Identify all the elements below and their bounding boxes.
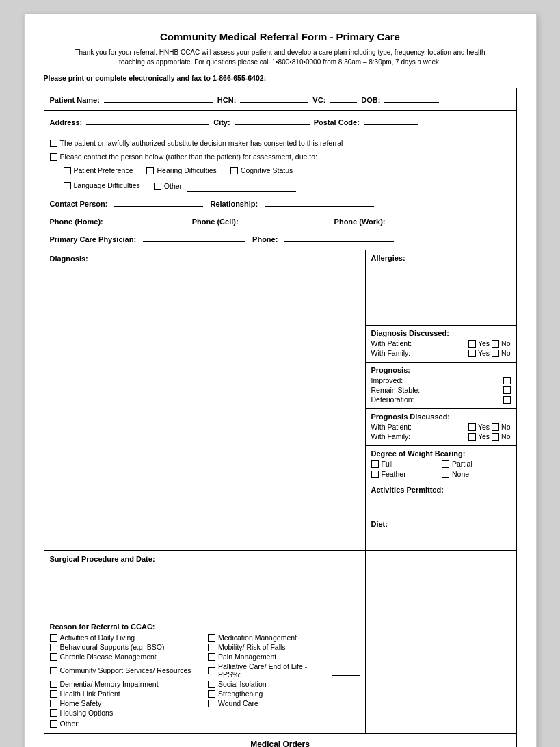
behavioural-checkbox[interactable] — [50, 644, 57, 651]
vc-label: VC: — [312, 96, 325, 104]
other-row: Other: — [50, 718, 360, 729]
other-referral-field[interactable] — [83, 718, 219, 729]
strengthening-checkbox[interactable] — [208, 690, 215, 698]
health-link-label: Health Link Patient — [60, 690, 120, 698]
chronic-checkbox[interactable] — [50, 653, 57, 661]
prognosis-patient-yes-checkbox[interactable] — [468, 423, 476, 431]
feather-checkbox[interactable] — [371, 471, 379, 478]
diagnosis-area[interactable] — [50, 265, 360, 327]
dob-field[interactable] — [384, 92, 439, 103]
partial-checkbox[interactable] — [442, 460, 449, 468]
contact-person-label: Contact Person: — [50, 198, 108, 211]
form-page: Community Medical Referral Form - Primar… — [24, 14, 537, 747]
hcn-label: HCN: — [217, 96, 237, 104]
language-diff-checkbox[interactable] — [64, 182, 71, 189]
strengthening-label: Strengthening — [218, 690, 263, 698]
allergies-area[interactable] — [371, 264, 511, 312]
phone-home-field[interactable] — [110, 213, 185, 224]
no-label1: No — [501, 339, 510, 348]
remain-stable-checkbox[interactable] — [503, 386, 511, 394]
prognosis-discussed-header: Prognosis Discussed: — [371, 412, 511, 421]
activities-item: Activities of Daily Living — [50, 633, 202, 642]
prognosis-with-patient-row: With Patient: Yes No — [371, 423, 511, 431]
diagnosis-patient-no-checkbox[interactable] — [492, 340, 499, 348]
pain-checkbox[interactable] — [208, 653, 215, 661]
diet-area[interactable] — [371, 530, 511, 547]
improved-label: Improved: — [371, 376, 499, 384]
dementia-checkbox[interactable] — [50, 681, 57, 688]
housing-checkbox[interactable] — [50, 709, 57, 717]
yes-label2: Yes — [478, 349, 490, 357]
palliative-label: Palliative Care/ End of Life - PPS%: — [218, 662, 330, 679]
consent-checkbox-item: The patient or lawfully authorized subst… — [50, 137, 511, 150]
phone-home-label: Phone (Home): — [50, 215, 103, 228]
consent-checkbox[interactable] — [50, 140, 57, 147]
phone-work-label: Phone (Work): — [334, 215, 386, 228]
prognosis-patient-no-checkbox[interactable] — [492, 423, 499, 431]
form-instruction: Please print or complete electronically … — [44, 74, 517, 82]
contact-person-field[interactable] — [114, 196, 203, 207]
palliative-item: Palliative Care/ End of Life - PPS%: — [208, 662, 360, 679]
with-family-label: With Family: — [371, 349, 466, 357]
improved-checkbox[interactable] — [503, 377, 511, 384]
hearing-diff-checkbox[interactable] — [146, 167, 154, 174]
hcn-field[interactable] — [240, 92, 308, 103]
pcp-phone-field[interactable] — [284, 231, 394, 242]
address-field[interactable] — [86, 114, 209, 125]
full-checkbox[interactable] — [371, 460, 379, 468]
diagnosis-patient-yes-checkbox[interactable] — [468, 340, 476, 348]
phone-work-field[interactable] — [392, 213, 468, 224]
cognitive-status-checkbox[interactable] — [230, 167, 238, 174]
no-label3: No — [501, 423, 510, 431]
patient-pref-item: Patient Preference — [64, 165, 133, 177]
no-label2: No — [501, 349, 510, 357]
city-field[interactable] — [235, 114, 310, 125]
activities-checkbox[interactable] — [50, 634, 57, 642]
other-checkbox[interactable] — [154, 183, 161, 190]
palliative-checkbox[interactable] — [208, 667, 215, 674]
activities-permitted-header: Activities Permitted: — [371, 486, 511, 494]
medication-checkbox[interactable] — [208, 634, 215, 642]
patient-name-field[interactable] — [104, 92, 213, 103]
contact-checkbox[interactable] — [50, 153, 57, 161]
wound-care-checkbox[interactable] — [208, 700, 215, 707]
city-label: City: — [213, 118, 230, 127]
prognosis-family-yes-checkbox[interactable] — [468, 433, 476, 441]
remain-stable-label: Remain Stable: — [371, 386, 499, 394]
social-checkbox[interactable] — [208, 681, 215, 688]
activities-label: Activities of Daily Living — [60, 633, 135, 642]
diagnosis-family-no-checkbox[interactable] — [492, 350, 499, 357]
relationship-field[interactable] — [265, 196, 374, 207]
pps-field[interactable] — [332, 665, 359, 676]
phone-cell-field[interactable] — [245, 213, 328, 224]
community-checkbox[interactable] — [50, 667, 57, 674]
consent-line1: The patient or lawfully authorized subst… — [60, 137, 343, 150]
home-safety-checkbox[interactable] — [50, 700, 57, 707]
mobility-checkbox[interactable] — [208, 644, 215, 651]
other-check-label: Other: — [60, 720, 80, 728]
pcp-field[interactable] — [143, 231, 245, 242]
health-link-item: Health Link Patient — [50, 690, 202, 698]
housing-label: Housing Options — [60, 709, 114, 717]
prognosis-family-no-checkbox[interactable] — [492, 433, 499, 441]
health-link-checkbox[interactable] — [50, 690, 57, 698]
postal-code-field[interactable] — [364, 114, 418, 125]
no-label4: No — [501, 432, 510, 441]
social-item: Social Isolation — [208, 680, 360, 688]
other-field[interactable] — [187, 181, 296, 192]
none-checkbox[interactable] — [442, 471, 449, 478]
weight-bearing-grid: Full Partial Feather None — [371, 460, 511, 478]
activities-permitted-area[interactable] — [371, 496, 511, 512]
deterioration-checkbox[interactable] — [503, 396, 511, 404]
vc-field[interactable] — [330, 92, 357, 103]
partial-label: Partial — [452, 460, 472, 468]
behavioural-label: Behavioural Supports (e.g. BSO) — [60, 643, 165, 651]
diagnosis-family-yes-checkbox[interactable] — [468, 350, 476, 357]
phone-label2: Phone: — [252, 233, 278, 246]
dementia-item: Dementia/ Memory Impairment — [50, 680, 202, 688]
other-referral-checkbox[interactable] — [50, 720, 57, 728]
deterioration-row: Deterioration: — [371, 395, 511, 404]
surgical-area[interactable] — [50, 566, 360, 614]
prognosis-family-label: With Family: — [371, 432, 466, 441]
patient-pref-checkbox[interactable] — [64, 167, 71, 174]
